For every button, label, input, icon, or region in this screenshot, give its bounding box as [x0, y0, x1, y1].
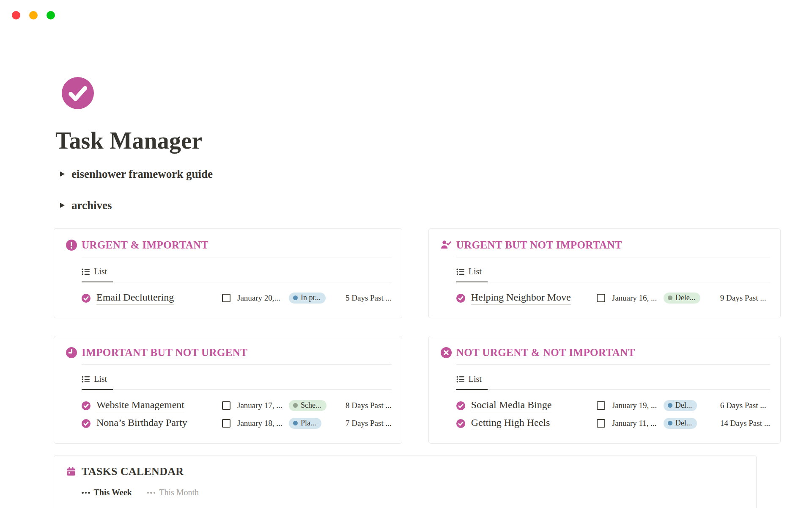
timeline-dots-icon	[82, 492, 90, 494]
task-row: Social Media Binge January 19, ... Del..…	[456, 397, 770, 414]
page-title: Task Manager	[55, 127, 757, 154]
task-name-link[interactable]: Email Decluttering	[96, 292, 174, 304]
view-tab-list[interactable]: List	[456, 370, 488, 390]
days-past-due: 7 Days Past ...	[346, 419, 392, 428]
task-due-date[interactable]: January 16, ...	[612, 293, 655, 303]
status-dot-icon	[668, 421, 672, 425]
task-due-date[interactable]: January 20,...	[237, 293, 280, 303]
minimize-button[interactable]	[29, 11, 38, 19]
toggle-triangle-icon	[60, 203, 65, 208]
status-cell: Del...	[664, 418, 710, 429]
divider	[82, 364, 392, 365]
exclamation-circle-icon	[66, 240, 77, 251]
task-name-link[interactable]: Getting High Heels	[471, 417, 550, 430]
list-view-icon	[82, 375, 90, 384]
quadrant-body: List Social Media Binge January 19, ... …	[456, 364, 770, 432]
task-check-circle-icon	[456, 419, 465, 428]
toggle-eisenhower-framework-guide[interactable]: eisenhower framework guide	[60, 166, 757, 182]
task-name-link[interactable]: Helping Neighbor Move	[471, 292, 571, 304]
status-badge[interactable]: Sche...	[289, 400, 326, 411]
task-name-link[interactable]: Nona’s Birthday Party	[96, 417, 187, 430]
quadrant-title: URGENT BUT NOT IMPORTANT	[456, 239, 622, 251]
view-tab-bar: List	[456, 370, 770, 390]
task-name-cell: Email Decluttering	[82, 292, 222, 304]
days-past-due: 9 Days Past ...	[720, 293, 770, 303]
status-cell: Del...	[664, 400, 710, 411]
status-label: In pr...	[301, 293, 321, 302]
task-row: Website Management January 17, ... Sche.…	[82, 397, 392, 414]
task-check-circle-icon	[82, 294, 91, 303]
status-cell: Sche...	[289, 400, 335, 411]
task-name-cell: Social Media Binge	[456, 399, 597, 412]
done-checkbox[interactable]	[597, 419, 605, 428]
divider	[82, 257, 392, 257]
calendar-header: TASKS CALENDAR	[66, 465, 746, 478]
done-checkbox[interactable]	[597, 401, 605, 410]
status-badge[interactable]: Pla...	[289, 418, 321, 429]
days-past-due: 14 Days Past ...	[720, 419, 770, 428]
list-view-icon	[82, 268, 90, 276]
task-due-date[interactable]: January 18, ...	[237, 419, 280, 428]
view-tab-label: List	[94, 374, 107, 384]
task-rows: Website Management January 17, ... Sche.…	[82, 397, 392, 432]
timeline-dots-icon	[147, 492, 156, 494]
quadrant-grid: URGENT & IMPORTANT List Email Declutteri…	[54, 228, 757, 444]
task-check-circle-icon	[456, 294, 465, 303]
task-name-link[interactable]: Website Management	[96, 399, 184, 412]
view-tab-list[interactable]: List	[456, 262, 488, 282]
task-due-date[interactable]: January 19, ...	[612, 401, 655, 410]
quadrant-header: URGENT BUT NOT IMPORTANT	[441, 239, 770, 251]
clock-icon	[66, 347, 77, 358]
status-label: Pla...	[301, 419, 316, 428]
status-badge[interactable]: Dele...	[664, 293, 700, 304]
done-checkbox[interactable]	[222, 401, 230, 410]
quadrant-header: IMPORTANT BUT NOT URGENT	[66, 346, 392, 359]
done-checkbox[interactable]	[222, 294, 230, 302]
task-name-cell: Website Management	[82, 399, 222, 412]
view-tab-label: List	[469, 374, 482, 384]
toggle-label: eisenhower framework guide	[71, 168, 213, 181]
task-due-date[interactable]: January 17, ...	[237, 401, 280, 410]
zoom-button[interactable]	[47, 11, 55, 19]
list-view-icon	[456, 268, 465, 276]
task-check-circle-icon	[456, 401, 465, 410]
done-checkbox[interactable]	[597, 294, 605, 302]
status-badge[interactable]: In pr...	[289, 293, 326, 304]
quadrant-body: List Email Decluttering January 20,... I…	[82, 257, 392, 307]
view-tab-bar: List	[456, 262, 770, 282]
task-due-date[interactable]: January 11, ...	[612, 419, 655, 428]
view-tab-list[interactable]: List	[82, 370, 113, 390]
close-button[interactable]	[12, 11, 20, 19]
tab-this-month[interactable]: This Month	[147, 488, 199, 497]
task-name-cell: Helping Neighbor Move	[456, 292, 597, 304]
status-cell: In pr...	[289, 293, 335, 304]
view-tab-list[interactable]: List	[82, 262, 113, 282]
status-dot-icon	[293, 421, 298, 425]
status-cell: Pla...	[289, 418, 335, 429]
task-name-link[interactable]: Social Media Binge	[471, 399, 552, 412]
quadrant-title: IMPORTANT BUT NOT URGENT	[82, 347, 247, 359]
toggle-archives[interactable]: archives	[60, 197, 757, 214]
task-check-circle-icon	[82, 419, 91, 428]
days-past-due: 6 Days Past ...	[720, 401, 770, 410]
quadrant-body: List Website Management January 17, ... …	[82, 364, 392, 432]
task-row: Email Decluttering January 20,... In pr.…	[82, 289, 392, 307]
divider	[456, 257, 770, 257]
task-rows: Email Decluttering January 20,... In pr.…	[82, 289, 392, 307]
done-checkbox[interactable]	[222, 419, 230, 428]
status-label: Sche...	[301, 401, 321, 410]
status-badge[interactable]: Del...	[664, 400, 697, 411]
task-name-cell: Nona’s Birthday Party	[82, 417, 222, 430]
tab-this-week[interactable]: This Week	[82, 488, 132, 497]
divider	[456, 364, 770, 365]
view-tab-label: List	[94, 267, 107, 276]
quadrant-header: URGENT & IMPORTANT	[66, 239, 392, 251]
person-check-icon	[441, 240, 452, 251]
window-controls	[12, 11, 55, 19]
days-past-due: 5 Days Past ...	[346, 293, 392, 303]
quadrant-card: NOT URGENT & NOT IMPORTANT List Social M…	[428, 336, 781, 444]
quadrant-card: IMPORTANT BUT NOT URGENT List Website Ma…	[54, 336, 402, 444]
page-check-circle-icon[interactable]	[62, 77, 94, 109]
view-tab-bar: List	[82, 370, 392, 390]
status-badge[interactable]: Del...	[664, 418, 697, 429]
